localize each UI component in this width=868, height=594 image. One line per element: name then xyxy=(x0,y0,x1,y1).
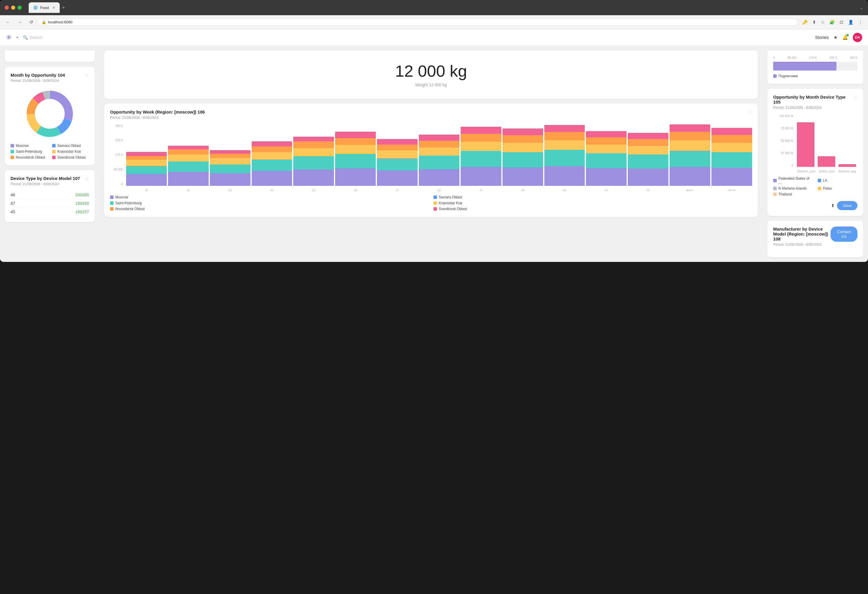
legend-item-novosibirsk: Novosibirsk Oblast xyxy=(10,155,47,159)
legend-dot xyxy=(773,187,777,190)
metric-label: Weight 12 000 kg xyxy=(110,83,752,87)
legend-item-samara: Samara Oblast xyxy=(52,144,89,148)
legend-dot xyxy=(818,187,821,190)
legend-item-sverdlovsk-2: Sverdlovsk Oblast xyxy=(433,207,752,211)
legend-dot xyxy=(433,201,437,205)
stacked-bar-13 xyxy=(628,133,669,186)
legend-label-samara: Samara Oblast xyxy=(58,144,81,148)
h-label-170k: 170 K xyxy=(809,56,817,59)
legend-dot xyxy=(110,207,114,211)
month-opportunity-star[interactable]: ☆ xyxy=(85,72,89,78)
stacked-bar-1 xyxy=(126,152,167,186)
profile-icon[interactable]: 👤 xyxy=(846,18,855,26)
bookmark-icon[interactable]: ☆ xyxy=(819,18,827,26)
app-logo-dropdown[interactable]: ▾ xyxy=(16,35,18,40)
star-icon[interactable]: ★ xyxy=(834,34,838,40)
tab-favicon: 🌐 xyxy=(33,6,38,10)
legend-item-novosibirsk-2: Novosibirsk Oblast xyxy=(110,207,429,211)
metric-value: 12 000 kg xyxy=(110,62,752,80)
y-label-170k: 170 K xyxy=(110,153,123,156)
menu-icon[interactable]: ⋮ xyxy=(856,18,865,26)
legend-dot xyxy=(110,201,114,205)
legend-item-sverdlovsk: Sverdlovsk Oblast xyxy=(52,155,89,159)
traffic-light-yellow[interactable] xyxy=(11,6,15,10)
traffic-light-red[interactable] xyxy=(5,6,9,10)
share-icon[interactable]: ⬆ xyxy=(831,203,835,208)
legend-item-n-mariana: N Mariana Islands xyxy=(773,186,813,190)
tab-close-icon[interactable]: ✕ xyxy=(52,6,55,10)
stacked-bar-14 xyxy=(670,124,710,186)
x-label-12: 49 xyxy=(586,189,627,192)
legend-dot xyxy=(433,196,437,199)
vy-label-50m: 50 000 M xyxy=(773,139,793,143)
donut-chart xyxy=(10,87,89,140)
card-footer-actions: ⬆ Save xyxy=(773,201,858,210)
traffic-light-green[interactable] xyxy=(18,6,22,10)
stacked-bar-5 xyxy=(293,137,334,186)
partial-card-top xyxy=(5,50,95,62)
reload-button[interactable]: ↺ xyxy=(27,18,35,26)
row-val-1: 200085 xyxy=(75,193,89,197)
search-icon: 🔍 xyxy=(23,35,28,40)
middle-column: 12 000 kg Weight 12 000 kg ☆ Opportunity… xyxy=(99,46,763,262)
avatar[interactable]: DA xyxy=(853,33,862,42)
back-button[interactable]: ← xyxy=(3,18,13,26)
opportunity-week-star[interactable]: ☆ xyxy=(748,109,752,115)
x-label-2: 48 xyxy=(168,189,209,192)
vy-label-100m: 100 000 M xyxy=(773,114,793,118)
weight-metric-card: 12 000 kg Weight 12 000 kg xyxy=(104,50,758,99)
share-icon[interactable]: ⬆ xyxy=(810,18,818,26)
legend-label-n-mariana: N Mariana Islands xyxy=(778,186,807,190)
legend-item-palau: Palau xyxy=(818,186,858,190)
legend-item-thailand: Thailand xyxy=(773,192,813,196)
legend-label: Samara Oblast xyxy=(439,195,462,199)
notification-dot xyxy=(846,34,849,36)
address-bar[interactable]: 🔒 localhost:8080 xyxy=(38,18,798,26)
legend-item-krasnodar-2: Krasnodar Krai xyxy=(433,201,752,205)
stacked-bar-15 xyxy=(712,128,752,186)
horiz-bar-chart: 0 85 000 170 K 255 K 340 K xyxy=(773,56,858,71)
month-opportunity-title: Month by Opportunity 104 xyxy=(10,72,89,78)
save-button[interactable]: Save xyxy=(837,201,858,210)
x-label-5: Q3 xyxy=(293,189,334,192)
search-bar[interactable]: 🔍 Search xyxy=(23,35,43,40)
h-label-85k: 85 000 xyxy=(788,56,797,59)
address-text: localhost:8080 xyxy=(48,20,72,24)
vy-label-25m: 25 000 M xyxy=(773,152,793,155)
legend-item-moscow-2: Moscow xyxy=(110,195,429,199)
legend-dot-подписчики xyxy=(773,74,777,78)
sidebar-icon[interactable]: ⊡ xyxy=(838,18,845,26)
key-icon[interactable]: 🔑 xyxy=(800,18,809,26)
contact-us-button[interactable]: Contact Us xyxy=(831,227,858,242)
month-opportunity-period: Period: 21/08/2008 - 8/08/2024 xyxy=(10,79,89,83)
legend-label: Novosibirsk Oblast xyxy=(115,207,145,211)
h-label-0: 0 xyxy=(773,56,775,59)
legend-label-moscow: Moscow xyxy=(16,144,29,148)
tab-feed[interactable]: 🌐 Feed ✕ xyxy=(29,2,60,13)
stacked-bar-8 xyxy=(419,135,459,186)
x-label-airtime-sum: airtime_sum xyxy=(819,170,835,173)
row-num-1: 46 xyxy=(10,193,15,197)
horiz-bar-row-1 xyxy=(773,62,858,71)
stacked-bar-7 xyxy=(377,139,418,186)
stacked-bar-12 xyxy=(586,131,627,186)
x-label-1: 46 xyxy=(126,189,167,192)
подписчики-label: Подписчики xyxy=(778,74,798,78)
manufacturer-period: Period: 21/08/2008 - 8/08/2024 xyxy=(773,243,831,247)
legend-dot xyxy=(773,179,777,182)
legend-item-krasnodar: Krasnodar Krai xyxy=(52,149,89,153)
opportunity-month-device-card: ☆ Opportunity by Month Device Type 105 P… xyxy=(767,88,863,216)
opportunity-month-star[interactable]: ☆ xyxy=(853,94,858,100)
new-tab-button[interactable]: + xyxy=(62,5,65,11)
notification-button[interactable]: 🔔 xyxy=(842,34,848,40)
device-type-star[interactable]: ☆ xyxy=(85,176,89,181)
top-right-card: 0 85 000 170 K 255 K 340 K Подписчики xyxy=(767,50,863,84)
header-right: Stories ★ 🔔 DA xyxy=(815,33,862,42)
extensions-icon[interactable]: 🧩 xyxy=(828,18,837,26)
forward-button[interactable]: → xyxy=(15,18,25,26)
row-val-2: 199430 xyxy=(75,201,89,206)
legend-label: Saint-Petersburg xyxy=(115,201,142,205)
legend-item-la: LA xyxy=(818,177,858,185)
legend-item-spb-2: Saint-Petersburg xyxy=(110,201,429,205)
stacked-bar-2 xyxy=(168,146,209,186)
